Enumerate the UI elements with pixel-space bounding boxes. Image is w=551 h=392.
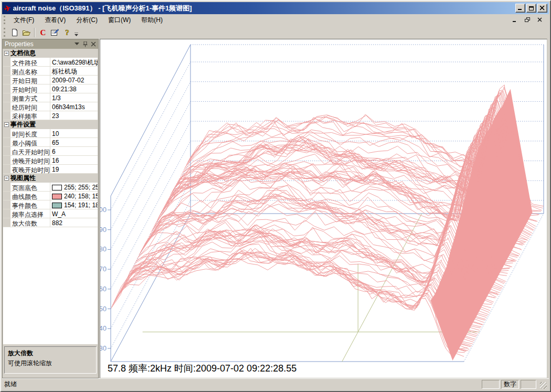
property-row[interactable]: 页面底色255; 255; 25 — [3, 183, 98, 192]
property-description-box: 放大倍数 可使用滚轮缩放 — [4, 346, 97, 374]
title-bar[interactable]: ✈ aircraft noise（ISO3891） - [飞机噪声分析1-事件1… — [2, 2, 549, 14]
toolbar-grip[interactable] — [4, 28, 6, 37]
property-value[interactable]: 06h34m13s — [50, 102, 98, 111]
property-value-text: 16 — [52, 157, 59, 164]
property-value[interactable]: 6 — [50, 147, 98, 155]
property-row[interactable]: 事件颜色154; 191; 18 — [3, 200, 98, 209]
property-row[interactable]: 白天开始时间6 — [3, 147, 98, 156]
property-value[interactable]: 10 — [50, 129, 98, 137]
db-tick-label: 60 — [100, 285, 107, 293]
property-category-title: 文档信息 — [10, 49, 36, 58]
property-value[interactable]: 240; 158; 15 — [50, 192, 98, 200]
property-value[interactable]: 19 — [50, 165, 98, 173]
toolbar: C ? — [2, 26, 549, 39]
mdi-close-button[interactable] — [536, 17, 544, 24]
property-value-text: 19 — [52, 166, 59, 173]
property-label: 页面底色 — [10, 183, 50, 191]
property-row[interactable]: 时间长度10 — [3, 129, 98, 138]
property-value[interactable]: W_A — [50, 209, 98, 218]
spectrogram-view[interactable]: 10090807060504030 57.8 频率:2kHz 时间:2009-0… — [100, 39, 547, 378]
property-value[interactable]: 255; 255; 25 — [50, 183, 98, 191]
menu-item-1[interactable]: 文件(F) — [8, 15, 39, 25]
property-row[interactable]: 采样频率23 — [3, 111, 98, 120]
property-value[interactable]: 154; 191; 18 — [50, 200, 98, 209]
mdi-restore-button[interactable] — [524, 17, 531, 24]
panel-menu-chevron-icon[interactable] — [75, 43, 79, 46]
minimize-button[interactable] — [515, 4, 525, 13]
panel-pin-icon[interactable] — [83, 41, 88, 47]
property-value[interactable]: 1/3 — [50, 93, 98, 102]
mdi-close-icon — [537, 17, 543, 23]
property-label: 文件路径 — [10, 58, 50, 66]
properties-sheet-button[interactable] — [49, 27, 61, 38]
property-category[interactable]: −视图属性 — [3, 174, 98, 183]
open-file-icon — [22, 28, 31, 37]
property-grid: −文档信息文件路径C:\awa6298\机场测点名称栎社机场开始日期2009-0… — [3, 49, 98, 344]
maximize-button[interactable] — [526, 4, 536, 13]
property-label: 采样频率 — [10, 111, 50, 120]
property-value[interactable]: C:\awa6298\机场 — [50, 58, 98, 66]
property-row[interactable]: 经历时间06h34m13s — [3, 102, 98, 111]
property-label: 开始日期 — [10, 76, 50, 84]
property-row[interactable]: 放大倍数882 — [3, 218, 98, 227]
property-label: 白天开始时间 — [10, 147, 50, 155]
calibrate-c-button[interactable]: C — [37, 27, 49, 38]
property-label: 测点名称 — [10, 67, 50, 75]
menu-item-4[interactable]: 窗口(W) — [103, 15, 136, 25]
mdi-restore-icon — [525, 17, 531, 23]
row-indent — [3, 200, 10, 209]
property-value[interactable]: 882 — [50, 218, 98, 227]
property-label: 放大倍数 — [10, 218, 50, 227]
toolbar-overflow-button[interactable] — [73, 27, 79, 38]
panel-close-icon[interactable] — [91, 42, 96, 47]
db-axis: 10090807060504030 — [100, 196, 111, 362]
db-tick-label: 90 — [100, 226, 107, 234]
property-category[interactable]: −文档信息 — [3, 49, 98, 58]
menu-grip[interactable] — [4, 16, 6, 24]
collapse-icon[interactable]: − — [4, 51, 9, 56]
close-button[interactable] — [537, 4, 547, 13]
collapse-icon[interactable]: − — [4, 176, 9, 181]
property-row[interactable]: 夜晚开始时间19 — [3, 165, 98, 174]
property-value-text: 09:21:38 — [52, 86, 77, 93]
property-category-title: 事件设置 — [10, 120, 36, 129]
db-tick-label: 30 — [100, 344, 107, 352]
property-row[interactable]: 频率点选择W_A — [3, 209, 98, 218]
property-value[interactable]: 栎社机场 — [50, 67, 98, 75]
property-value[interactable]: 23 — [50, 111, 98, 120]
help-button[interactable]: ? — [61, 27, 73, 38]
property-row[interactable]: 测量方式1/3 — [3, 93, 98, 102]
menu-items: 文件(F)查看(V)分析(C)窗口(W)帮助(H) — [8, 16, 168, 25]
menu-item-3[interactable]: 分析(C) — [71, 15, 103, 25]
property-category[interactable]: −事件设置 — [3, 120, 98, 129]
property-value-text: 06h34m13s — [52, 103, 85, 111]
property-value[interactable]: 2009-07-02 — [50, 76, 98, 84]
property-label: 夜晚开始时间 — [10, 165, 50, 173]
waterfall-chart[interactable]: 10090807060504030 — [100, 39, 547, 378]
property-row[interactable]: 开始日期2009-07-02 — [3, 76, 98, 84]
menu-item-5[interactable]: 帮助(H) — [136, 15, 168, 25]
property-value[interactable]: 09:21:38 — [50, 84, 98, 93]
property-value[interactable]: 65 — [50, 138, 98, 146]
app-airplane-icon: ✈ — [3, 3, 13, 14]
open-file-button[interactable] — [20, 27, 33, 38]
property-row[interactable]: 开始时间09:21:38 — [3, 84, 98, 93]
collapse-icon[interactable]: − — [4, 122, 9, 127]
property-value-text: 154; 191; 18 — [64, 202, 98, 209]
property-row[interactable]: 傍晚开始时间16 — [3, 156, 98, 165]
mdi-minimize-icon — [512, 17, 517, 23]
row-indent — [3, 76, 10, 84]
properties-panel-header[interactable]: Properties — [3, 39, 98, 49]
resize-grip[interactable] — [540, 382, 547, 389]
status-ready-text: 就绪 — [4, 380, 17, 389]
property-row[interactable]: 最小阈值65 — [3, 138, 98, 147]
toolbar-separator — [34, 28, 35, 37]
new-document-button[interactable] — [8, 27, 20, 38]
property-value[interactable]: 16 — [50, 156, 98, 164]
property-row[interactable]: 测点名称栎社机场 — [3, 67, 98, 76]
menu-item-2[interactable]: 查看(V) — [39, 15, 71, 25]
mdi-minimize-button[interactable] — [511, 17, 518, 24]
property-row[interactable]: 曲线颜色240; 158; 15 — [3, 192, 98, 200]
property-label: 曲线颜色 — [10, 192, 50, 200]
property-row[interactable]: 文件路径C:\awa6298\机场 — [3, 58, 98, 67]
